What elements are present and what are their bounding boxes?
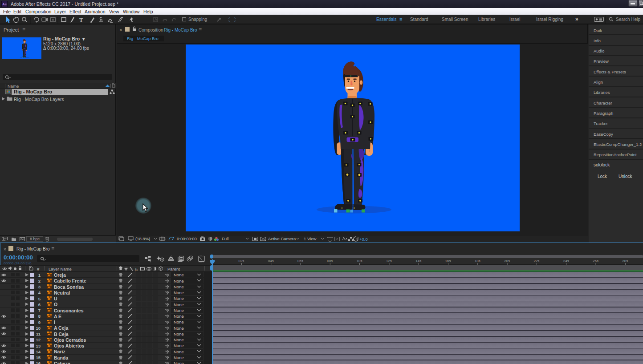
svg-text:20s: 20s: [504, 259, 510, 263]
svg-text:24s: 24s: [563, 259, 569, 263]
svg-text:26s: 26s: [593, 259, 598, 263]
svg-text:08s: 08s: [327, 259, 333, 263]
svg-text:0:00:00:00: 0:00:00:00: [177, 236, 197, 241]
svg-text:Active Camera: Active Camera: [268, 236, 296, 241]
svg-text:10s: 10s: [357, 259, 362, 263]
svg-text:06s: 06s: [297, 259, 303, 263]
svg-text:12s: 12s: [386, 259, 392, 263]
svg-text:28s: 28s: [622, 259, 628, 263]
svg-text:(18.8%): (18.8%): [135, 236, 150, 241]
svg-text:Full: Full: [222, 236, 228, 241]
svg-text:04s: 04s: [268, 259, 274, 263]
svg-text:22s: 22s: [533, 259, 539, 263]
svg-text:1 View: 1 View: [304, 236, 316, 241]
svg-text:02s: 02s: [238, 259, 244, 263]
svg-text:14s: 14s: [415, 259, 421, 263]
svg-text:18s: 18s: [475, 259, 480, 263]
svg-text:fx: fx: [135, 267, 138, 271]
svg-text:16s: 16s: [445, 259, 451, 263]
svg-text:T: T: [79, 16, 83, 23]
